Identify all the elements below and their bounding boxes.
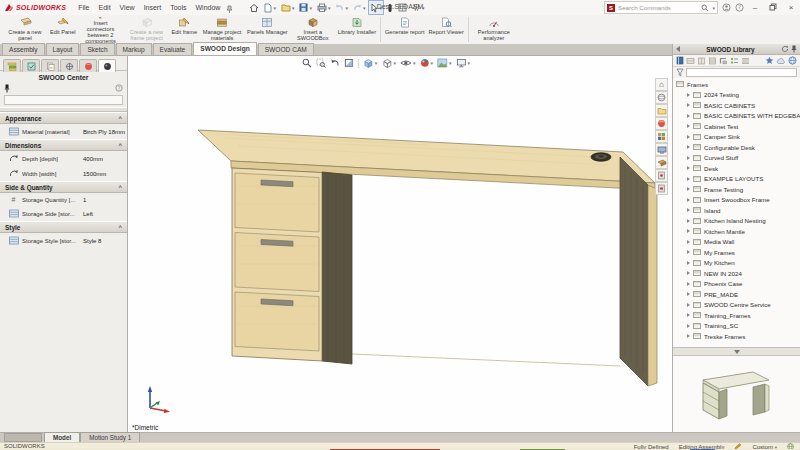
tab-property-manager[interactable] xyxy=(22,59,40,72)
insert-swoodbox-button[interactable]: Insert a SWOODBox xyxy=(290,15,336,44)
library-drawer-icon[interactable] xyxy=(708,57,717,65)
tab-display-manager[interactable] xyxy=(79,59,97,72)
library-tree-item[interactable]: Training_SC xyxy=(673,321,800,332)
tab-sketch[interactable]: Sketch xyxy=(80,43,114,55)
create-panel-button[interactable]: Create a new panel xyxy=(2,15,48,44)
section-style-header[interactable]: Style^ xyxy=(0,221,127,233)
property-row-storage-side[interactable]: Storage Side [stor... Left xyxy=(0,206,127,221)
expand-arrow-icon[interactable] xyxy=(687,208,690,212)
report-viewer-button[interactable]: Report Viewer xyxy=(427,15,466,44)
insert-connectors-button[interactable]: Insert connectors between 2 components xyxy=(78,15,124,44)
expand-arrow-icon[interactable] xyxy=(687,219,690,223)
expand-arrow-icon[interactable] xyxy=(687,114,690,118)
property-row-width[interactable]: Width [width] 1500mm xyxy=(0,166,127,181)
globe-icon[interactable] xyxy=(788,56,797,65)
folder-tool-button[interactable] xyxy=(655,104,668,117)
panels-manager-button[interactable]: Panels Manager xyxy=(245,15,290,44)
menu-window[interactable]: Window xyxy=(191,3,224,12)
menu-view[interactable]: View xyxy=(116,3,139,12)
home-view-button[interactable]: ⌂ xyxy=(655,78,668,91)
tab-evaluate[interactable]: Evaluate xyxy=(153,43,193,55)
expand-arrow-icon[interactable] xyxy=(687,324,690,328)
tab-dimxpert-manager[interactable] xyxy=(60,59,78,72)
tab-swood-design[interactable]: SWOOD Design xyxy=(193,42,256,55)
expand-arrow-icon[interactable] xyxy=(687,303,690,307)
hide-show-items-button[interactable]: ▾ xyxy=(399,57,417,69)
appearance-ball-button[interactable] xyxy=(655,117,668,130)
expand-arrow-icon[interactable] xyxy=(687,261,690,265)
library-tree-item[interactable]: PRE_MADE xyxy=(673,289,800,300)
sphere-view-button[interactable] xyxy=(655,91,668,104)
expand-arrow-icon[interactable] xyxy=(687,135,690,139)
menu-tools[interactable]: Tools xyxy=(166,3,190,12)
library-tree-item[interactable]: BASIC CABINETS WITH EDGEBAND xyxy=(673,111,800,122)
favorites-star-icon[interactable] xyxy=(765,56,774,65)
library-hardware-icon[interactable] xyxy=(719,57,728,65)
menu-file[interactable]: File xyxy=(74,3,93,12)
expand-arrow-icon[interactable] xyxy=(687,198,690,202)
library-installer-button[interactable]: Library Installer xyxy=(336,15,378,44)
tab-feature-manager[interactable] xyxy=(3,59,21,72)
panel-help-icon[interactable]: ? xyxy=(115,84,123,92)
tab-swood-cam[interactable]: SWOOD CAM xyxy=(258,43,314,55)
help-icon[interactable]: ? xyxy=(735,3,744,12)
palette-button[interactable] xyxy=(655,130,668,143)
restore-button[interactable] xyxy=(766,3,780,13)
library-tree-item[interactable]: Kitchen Mantle xyxy=(673,226,800,237)
generate-report-button[interactable]: Generate report xyxy=(383,15,427,44)
zoom-to-area-button[interactable] xyxy=(315,57,327,69)
tab-motion-study[interactable]: Motion Study 1 xyxy=(80,432,140,442)
expand-arrow-icon[interactable] xyxy=(687,240,690,244)
expand-arrow-icon[interactable] xyxy=(687,124,690,128)
library-tree-item[interactable]: Treske Frames xyxy=(673,331,800,342)
library-panels-icon[interactable] xyxy=(686,57,695,65)
undo-button[interactable]: ▾ xyxy=(333,0,350,15)
tab-markup[interactable]: Markup xyxy=(116,43,152,55)
edit-appearance-button[interactable]: ▾ xyxy=(418,57,434,69)
expand-arrow-icon[interactable] xyxy=(687,334,690,338)
library-tree-item[interactable]: Kitchen Island Nesting xyxy=(673,216,800,227)
search-commands-box[interactable]: S Search Commands ▾ xyxy=(604,1,718,14)
library-stack-icon[interactable] xyxy=(741,57,750,65)
expand-arrow-icon[interactable] xyxy=(687,229,690,233)
expand-panel-icon[interactable] xyxy=(676,46,680,52)
performance-analyzer-button[interactable]: Performance analyzer xyxy=(471,15,517,44)
cloud-icon[interactable] xyxy=(776,57,786,65)
print-button[interactable]: ▾ xyxy=(315,0,333,15)
library-tree-item[interactable]: Curved Stuff xyxy=(673,153,800,164)
edit-frame-button[interactable]: Edit frame xyxy=(170,15,200,44)
expand-arrow-icon[interactable] xyxy=(687,103,690,107)
expand-arrow-icon[interactable] xyxy=(687,187,690,191)
display-style-button[interactable]: ▾ xyxy=(380,57,397,69)
expand-arrow-icon[interactable] xyxy=(687,292,690,296)
clamp2-tool-button[interactable] xyxy=(655,182,668,195)
expand-arrow-icon[interactable] xyxy=(687,145,690,149)
library-tree-item[interactable]: My Kitchen xyxy=(673,258,800,269)
property-row-storage-quantity[interactable]: # Storage Quantity [... 1 xyxy=(0,193,127,206)
library-tree-root[interactable]: Frames xyxy=(673,79,800,90)
library-binder-icon[interactable] xyxy=(676,56,684,65)
refresh-icon[interactable] xyxy=(781,45,789,53)
minimize-button[interactable]: – xyxy=(748,3,762,12)
close-button[interactable]: × xyxy=(784,3,798,12)
library-tree-item[interactable]: Cabinet Test xyxy=(673,121,800,132)
user-account-icon[interactable] xyxy=(722,3,731,12)
open-document-button[interactable]: ▾ xyxy=(279,0,297,15)
expand-arrow-icon[interactable] xyxy=(687,271,690,275)
library-tree-item[interactable]: Phoenix Case xyxy=(673,279,800,290)
expand-arrow-icon[interactable] xyxy=(687,156,690,160)
screen-tool-button[interactable] xyxy=(655,143,668,156)
property-row-storage-style[interactable]: Storage Style [stor... Style 8 xyxy=(0,233,127,248)
preview-collapse-bar[interactable] xyxy=(673,347,800,356)
clamp-tool-button[interactable] xyxy=(655,169,668,182)
view-settings-button[interactable]: ▾ xyxy=(454,57,471,69)
pin-panel-icon[interactable] xyxy=(791,45,797,53)
section-view-button[interactable] xyxy=(343,57,355,69)
create-frame-button[interactable]: Create a new frame project xyxy=(124,15,170,44)
search-dropdown-icon[interactable]: ▾ xyxy=(712,5,715,11)
expand-arrow-icon[interactable] xyxy=(687,250,690,254)
expand-arrow-icon[interactable] xyxy=(687,313,690,317)
search-icon[interactable] xyxy=(701,4,709,12)
viewport[interactable]: ▾ ▾ ▾ ▾ ▾ ▾ xyxy=(128,56,672,432)
view-orientation-button[interactable]: ▾ xyxy=(362,57,379,69)
